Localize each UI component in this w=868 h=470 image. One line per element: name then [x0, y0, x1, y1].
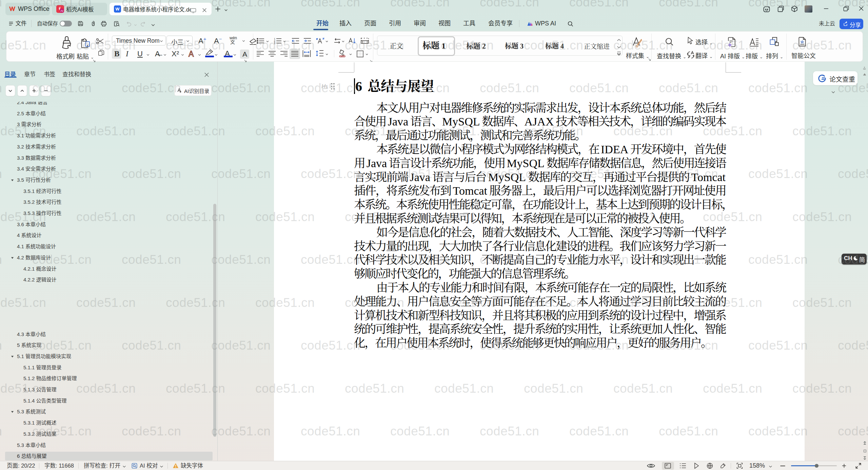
svg-text:AI: AI [60, 9, 63, 13]
